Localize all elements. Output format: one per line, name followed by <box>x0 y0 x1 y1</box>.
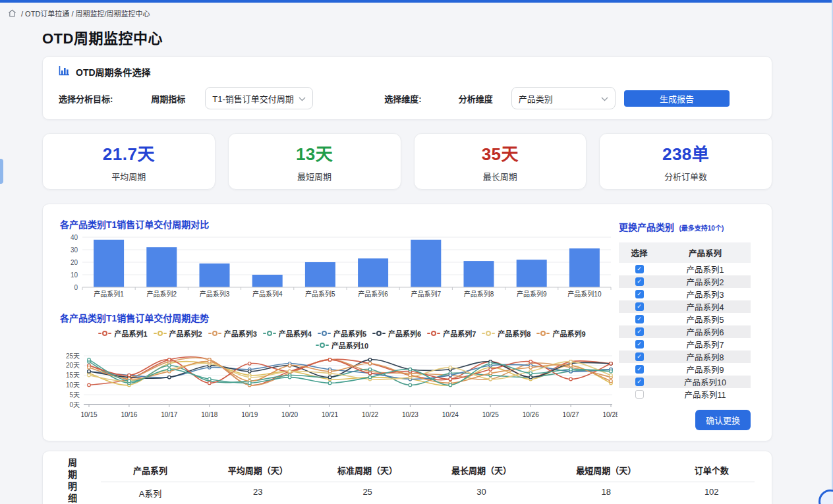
checkbox-checked[interactable]: ✓ <box>635 365 644 374</box>
checkbox-checked[interactable]: ✓ <box>635 302 644 311</box>
data-point <box>328 358 331 362</box>
checkbox-checked[interactable]: ✓ <box>635 277 644 286</box>
checkbox-checked[interactable]: ✓ <box>635 290 644 298</box>
dimension-select-value: 产品类别 <box>519 92 553 105</box>
home-icon[interactable] <box>8 9 16 17</box>
stat-card-order-count: 238单 分析订单数 <box>599 133 772 190</box>
data-point <box>610 374 613 377</box>
checkbox-checked[interactable]: ✓ <box>635 352 644 361</box>
legend-item[interactable]: 产品系列2 <box>154 328 202 339</box>
confirm-change-button[interactable]: 确认更换 <box>695 410 751 430</box>
data-point <box>529 372 532 375</box>
chevron-down-icon <box>601 94 608 103</box>
legend-dash <box>492 333 495 334</box>
stat-card-average-cycle: 21.7天 平均周期 <box>42 133 215 190</box>
legend-ring-icon <box>376 331 382 336</box>
y-tick-label: 20天 <box>66 362 80 369</box>
stat-card-shortest-cycle: 13天 最短周期 <box>228 133 401 190</box>
stat-value: 21.7天 <box>103 140 155 165</box>
data-point <box>88 366 91 370</box>
legend-dash <box>437 333 440 334</box>
legend-item[interactable]: 产品系列4 <box>263 328 312 339</box>
legend-item[interactable]: 产品系列3 <box>208 328 257 339</box>
selector-title: 更换产品类别 <box>619 222 674 233</box>
data-point <box>529 366 532 370</box>
legend-ring-icon <box>267 331 272 336</box>
data-point <box>328 381 331 385</box>
legend-label: 产品系列4 <box>279 328 312 339</box>
data-point <box>288 364 291 368</box>
checkbox-unchecked[interactable] <box>635 390 644 399</box>
bar <box>411 240 441 287</box>
legend-dash <box>218 333 221 334</box>
series-name: 产品系列9 <box>660 363 751 376</box>
series-name: 产品系列8 <box>660 350 751 363</box>
checkbox-checked[interactable]: ✓ <box>635 327 644 336</box>
legend-item[interactable]: 产品系列10 <box>316 340 368 350</box>
data-point <box>288 370 291 373</box>
x-tick-label: 10/18 <box>201 411 217 418</box>
data-point <box>569 368 573 371</box>
bar <box>517 260 547 287</box>
legend-dash <box>318 333 321 334</box>
series-name: 产品系列4 <box>660 300 751 313</box>
dimension-select[interactable]: 产品类别 <box>511 87 616 109</box>
series-selector-row: ✓产品系列4 <box>619 300 751 313</box>
data-point <box>489 362 492 366</box>
floating-corner-button[interactable] <box>819 490 833 504</box>
checkbox-checked[interactable]: ✓ <box>635 265 644 273</box>
selector-hint: (最多支持10个) <box>679 225 724 232</box>
legend-label: 产品系列10 <box>331 340 368 350</box>
detail-column-header: 订单个数 <box>668 464 755 476</box>
breadcrumb-path[interactable]: / OTD订单拉通 / 周期监控/周期监控中心 <box>21 8 150 18</box>
data-point <box>610 362 613 366</box>
y-tick-label: 20 <box>71 259 78 266</box>
legend-item[interactable]: 产品系列9 <box>536 328 585 339</box>
series-selector-panel: 更换产品类别 (最多支持10个) 选择 产品系列 ✓产品系列1✓产品系列2✓产品… <box>619 212 759 430</box>
data-point <box>569 360 573 364</box>
selector-col-series: 产品系列 <box>660 246 751 259</box>
y-tick-label: 0 <box>74 284 78 291</box>
bar-chart: 010203040产品系列1产品系列2产品系列3产品系列4产品系列5产品系列6产… <box>57 232 607 303</box>
detail-table-header: 产品系列平均周期（天）标准周期（天）最长周期（天）最短周期（天）订单个数 <box>101 458 755 482</box>
legend-ring-icon <box>158 331 163 336</box>
legend-item[interactable]: 产品系列5 <box>318 328 366 339</box>
generate-report-button[interactable]: 生成报告 <box>624 90 730 107</box>
data-point <box>248 381 251 385</box>
data-point <box>368 376 372 379</box>
data-point <box>449 374 452 377</box>
data-point <box>449 378 452 381</box>
y-tick-label: 0天 <box>69 401 80 408</box>
legend-label: 产品系列3 <box>224 328 257 339</box>
y-tick-label: 40 <box>71 234 78 241</box>
detail-column-header: 最短周期（天） <box>544 464 668 476</box>
data-point <box>489 378 492 381</box>
checkbox-checked[interactable]: ✓ <box>635 378 644 386</box>
x-tick-label: 10/24 <box>442 411 459 418</box>
legend-item[interactable]: 产品系列7 <box>427 328 476 339</box>
y-tick-label: 30 <box>71 246 78 254</box>
data-point <box>368 358 372 362</box>
indicator-select[interactable]: T1-销售订单交付周期 <box>205 87 313 109</box>
series-name: 产品系列2 <box>660 275 751 288</box>
data-point <box>88 374 91 377</box>
y-tick-label: 5天 <box>69 391 80 399</box>
legend-item[interactable]: 产品系列8 <box>482 328 531 339</box>
legend-dash <box>316 345 319 346</box>
checkbox-checked[interactable]: ✓ <box>635 340 644 349</box>
legend-dash <box>482 333 485 334</box>
series-name: 产品系列10 <box>660 376 751 388</box>
data-point <box>168 368 171 371</box>
x-tick-label: 产品系列4 <box>252 290 283 298</box>
drawer-handle[interactable] <box>0 159 3 184</box>
series-selector-row: ✓产品系列1 <box>619 263 751 275</box>
legend-item[interactable]: 产品系列1 <box>98 328 147 339</box>
indicator-label: 周期指标 <box>151 92 185 105</box>
detail-side-label: 周期明细 <box>65 458 78 504</box>
legend-ring-icon <box>486 331 491 336</box>
data-point <box>489 368 492 371</box>
checkbox-checked[interactable]: ✓ <box>635 315 644 323</box>
legend-item[interactable]: 产品系列6 <box>372 328 421 339</box>
stat-value: 35天 <box>482 140 519 165</box>
detail-column-header: 平均周期（天） <box>200 464 316 476</box>
